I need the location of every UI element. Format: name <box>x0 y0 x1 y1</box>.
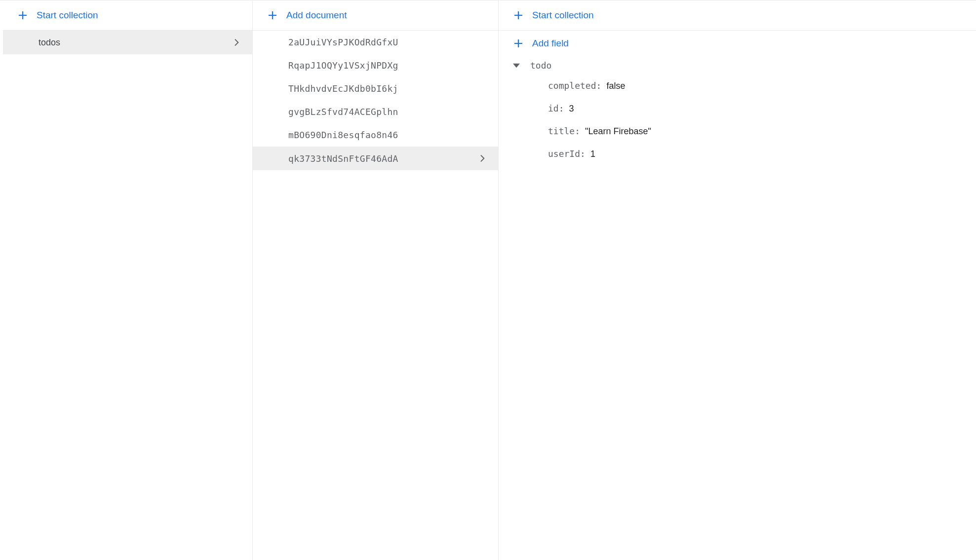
collection-name: todos <box>39 37 60 48</box>
field-object-toggle[interactable]: todo <box>512 56 962 75</box>
field-value: "Learn Firebase" <box>585 126 651 137</box>
documents-panel: Add document 2aUJuiVYsPJKOdRdGfxURqapJ1O… <box>253 0 499 560</box>
field-key: completed <box>548 80 596 91</box>
add-field-button[interactable]: Add field <box>499 31 976 56</box>
start-collection-label: Start collection <box>37 10 98 21</box>
firestore-data-viewer: Start collection todos Add document 2aUJ… <box>0 0 976 560</box>
document-id: qk3733tNdSnFtGF46AdA <box>288 153 398 164</box>
document-item[interactable]: THkdhvdvEcJKdb0bI6kj <box>253 77 498 100</box>
field-colon: : <box>596 80 602 91</box>
field-value: 1 <box>590 149 595 159</box>
field-value: false <box>606 81 625 91</box>
document-item[interactable]: mBO690Dni8esqfao8n46 <box>253 123 498 147</box>
fields-panel: Start collection Add field todo complete… <box>499 0 976 560</box>
field-key: title <box>548 126 575 136</box>
field-key: userId <box>548 149 580 159</box>
collections-list: todos <box>3 31 252 54</box>
document-item[interactable]: qk3733tNdSnFtGF46AdA <box>253 147 498 170</box>
start-subcollection-button[interactable]: Start collection <box>499 0 976 31</box>
document-item[interactable]: RqapJ1OQYy1VSxjNPDXg <box>253 54 498 77</box>
field-children: completed:falseid:3title:"Learn Firebase… <box>512 75 962 165</box>
document-id: THkdhvdvEcJKdb0bI6kj <box>288 83 398 94</box>
collection-item[interactable]: todos <box>3 31 252 54</box>
field-object-name: todo <box>530 60 551 71</box>
collections-panel: Start collection todos <box>3 0 253 560</box>
field-object: todo completed:falseid:3title:"Learn Fir… <box>499 56 976 165</box>
field-colon: : <box>575 126 580 136</box>
add-document-label: Add document <box>286 10 347 21</box>
field-row[interactable]: id:3 <box>548 97 962 120</box>
start-collection-button[interactable]: Start collection <box>3 0 252 31</box>
field-colon: : <box>559 103 564 113</box>
document-item[interactable]: 2aUJuiVYsPJKOdRdGfxU <box>253 31 498 54</box>
field-row[interactable]: userId:1 <box>548 143 962 165</box>
svg-marker-8 <box>513 63 520 67</box>
plus-icon <box>267 9 278 21</box>
field-row[interactable]: completed:false <box>548 75 962 97</box>
plus-icon <box>512 9 524 21</box>
document-id: RqapJ1OQYy1VSxjNPDXg <box>288 60 398 71</box>
field-key: id <box>548 103 559 113</box>
document-id: gvgBLzSfvd74ACEGplhn <box>288 107 398 117</box>
field-row[interactable]: title:"Learn Firebase" <box>548 120 962 143</box>
chevron-right-icon <box>476 152 488 164</box>
triangle-down-icon <box>512 62 520 70</box>
document-id: 2aUJuiVYsPJKOdRdGfxU <box>288 37 398 47</box>
field-colon: : <box>580 149 586 159</box>
field-value: 3 <box>569 104 574 114</box>
chevron-right-icon <box>231 37 242 48</box>
add-document-button[interactable]: Add document <box>253 0 498 31</box>
documents-list: 2aUJuiVYsPJKOdRdGfxURqapJ1OQYy1VSxjNPDXg… <box>253 31 498 170</box>
plus-icon <box>512 37 524 49</box>
plus-icon <box>17 9 29 21</box>
document-item[interactable]: gvgBLzSfvd74ACEGplhn <box>253 100 498 123</box>
document-id: mBO690Dni8esqfao8n46 <box>288 130 398 140</box>
start-subcollection-label: Start collection <box>532 10 594 21</box>
add-field-label: Add field <box>532 38 569 49</box>
